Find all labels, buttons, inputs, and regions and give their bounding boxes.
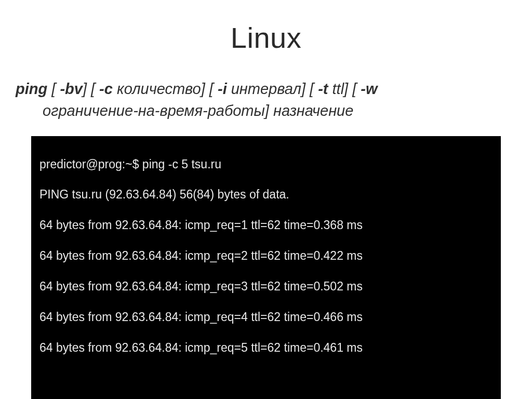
terminal-line: 64 bytes from 92.63.64.84: icmp_req=2 tt… bbox=[39, 248, 494, 263]
ping-syntax: ping [ -bv] [ -c количество] [ -i интерв… bbox=[0, 78, 532, 122]
syntax-text: ] [ bbox=[83, 81, 99, 97]
slide-title: Linux bbox=[0, 21, 532, 55]
syntax-flag-bv: -bv bbox=[60, 81, 83, 97]
terminal-line: PING tsu.ru (92.63.64.84) 56(84) bytes o… bbox=[39, 187, 494, 202]
terminal-line: predictor@prog:~$ ping -c 5 tsu.ru bbox=[39, 157, 494, 172]
syntax-text: ttl] [ bbox=[328, 81, 361, 97]
syntax-text: интервал] [ bbox=[227, 81, 318, 97]
syntax-text: [ bbox=[47, 81, 60, 97]
terminal-line: 64 bytes from 92.63.64.84: icmp_req=3 tt… bbox=[39, 279, 494, 294]
syntax-text: количество] [ bbox=[113, 81, 218, 97]
slide: Linux ping [ -bv] [ -c количество] [ -i … bbox=[0, 0, 532, 399]
terminal-line bbox=[39, 371, 494, 386]
syntax-flag-t: -t bbox=[318, 81, 328, 97]
syntax-flag-i: -i bbox=[218, 81, 227, 97]
terminal-line: 64 bytes from 92.63.64.84: icmp_req=5 tt… bbox=[39, 340, 494, 355]
syntax-flag-c: -c bbox=[99, 81, 113, 97]
terminal-line: 64 bytes from 92.63.64.84: icmp_req=1 tt… bbox=[39, 218, 494, 233]
terminal-line: 64 bytes from 92.63.64.84: icmp_req=4 tt… bbox=[39, 310, 494, 325]
syntax-line2: ограничение-на-время-работы] назначение bbox=[16, 100, 353, 122]
terminal-output: predictor@prog:~$ ping -c 5 tsu.ru PING … bbox=[31, 136, 501, 399]
syntax-flag-w: -w bbox=[361, 81, 377, 97]
syntax-cmd: ping bbox=[16, 81, 47, 97]
